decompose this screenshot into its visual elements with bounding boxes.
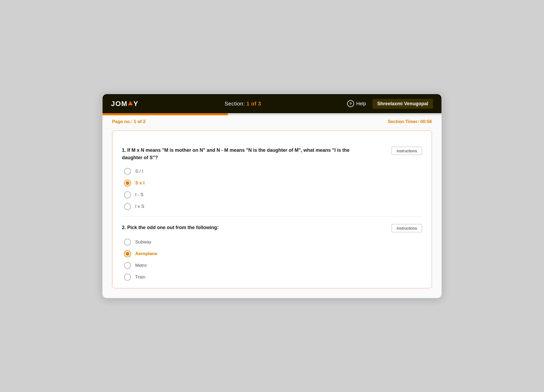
page-info-bar: Page no.: 1 of 2 Section Timer: 00:56 xyxy=(103,115,441,128)
timer-value: 00:56 xyxy=(420,119,432,124)
q1-option-c[interactable]: I - S xyxy=(124,191,422,198)
logo-text-after: Y xyxy=(133,100,138,108)
progress-bar xyxy=(103,113,441,115)
page-number: Page no.: 1 of 2 xyxy=(112,119,146,124)
q1-option-a[interactable]: S / I xyxy=(124,168,422,175)
q2-radio-a xyxy=(124,239,131,246)
q2-option-d[interactable]: Train xyxy=(124,274,422,281)
question-2-block: 2. Pick the odd one out from the followi… xyxy=(122,217,422,281)
q2-option-c[interactable]: Metro xyxy=(124,262,422,269)
q1-option-b[interactable]: S x I xyxy=(124,180,422,187)
q2-option-a[interactable]: Subway xyxy=(124,239,422,246)
q2-label-b: Aeroplane xyxy=(135,251,157,256)
page-current: 1 of 2 xyxy=(134,119,145,124)
q1-label-a: S / I xyxy=(135,169,143,174)
header: JOM Y Section: 1 of 3 ? Help Shreelaxmi … xyxy=(103,94,441,113)
q2-label-c: Metro xyxy=(135,263,147,268)
section-label: Section: xyxy=(225,101,245,107)
q2-instructions-button[interactable]: Instructions xyxy=(392,224,422,232)
q2-options: Subway Aeroplane Metro xyxy=(124,239,422,281)
q1-radio-b-fill xyxy=(126,181,129,185)
help-icon: ? xyxy=(347,100,354,107)
q2-option-b[interactable]: Aeroplane xyxy=(124,250,422,257)
q2-number: 2. xyxy=(122,225,126,230)
user-name: Shreelaxmi Venugopal xyxy=(372,99,433,109)
main-content: 1. If M x N means "M is mother on N" and… xyxy=(103,128,441,298)
q1-number: 1. xyxy=(122,147,126,153)
q1-label-d: I x S xyxy=(135,204,144,209)
q1-body: If M x N means "M is mother on N" and N … xyxy=(122,147,350,160)
q1-options: S / I S x I I - S xyxy=(124,168,422,210)
help-button[interactable]: ? Help xyxy=(347,100,366,107)
q1-label-c: I - S xyxy=(135,192,143,197)
question-card: 1. If M x N means "M is mother on N" and… xyxy=(112,130,432,288)
logo-triangle-icon xyxy=(128,101,133,105)
question-2-text: 2. Pick the odd one out from the followi… xyxy=(122,224,219,231)
section-info: Section: 1 of 3 xyxy=(225,101,261,107)
section-timer: Section Timer: 00:56 xyxy=(388,119,432,124)
question-2-header: 2. Pick the odd one out from the followi… xyxy=(122,224,422,232)
app-container: JOM Y Section: 1 of 3 ? Help Shreelaxmi … xyxy=(102,94,442,298)
q1-option-d[interactable]: I x S xyxy=(124,203,422,210)
q1-label-b: S x I xyxy=(135,180,144,186)
question-1-block: 1. If M x N means "M is mother on N" and… xyxy=(122,139,422,217)
logo-text-before: JOM xyxy=(111,100,128,108)
q1-radio-a xyxy=(124,168,131,175)
page-label: Page no.: xyxy=(112,119,133,124)
logo: JOM Y xyxy=(111,100,139,108)
q2-body: Pick the odd one out from the following: xyxy=(127,225,219,230)
q2-label-d: Train xyxy=(135,275,145,280)
header-right: ? Help Shreelaxmi Venugopal xyxy=(347,99,433,109)
q2-label-a: Subway xyxy=(135,239,151,245)
question-1-header: 1. If M x N means "M is mother on N" and… xyxy=(122,147,422,162)
help-label: Help xyxy=(356,101,366,107)
q2-radio-c xyxy=(124,262,131,269)
q2-radio-b-fill xyxy=(126,252,129,256)
q1-radio-b xyxy=(124,180,131,187)
q2-radio-b xyxy=(124,250,131,257)
q1-radio-d xyxy=(124,203,131,210)
q1-instructions-button[interactable]: Instructions xyxy=(392,147,422,155)
q2-radio-d xyxy=(124,274,131,281)
progress-bar-fill xyxy=(103,113,228,115)
section-value: 1 of 3 xyxy=(246,101,261,107)
timer-label: Section Timer: xyxy=(388,119,419,124)
q1-radio-c xyxy=(124,191,131,198)
question-1-text: 1. If M x N means "M is mother on N" and… xyxy=(122,147,350,162)
